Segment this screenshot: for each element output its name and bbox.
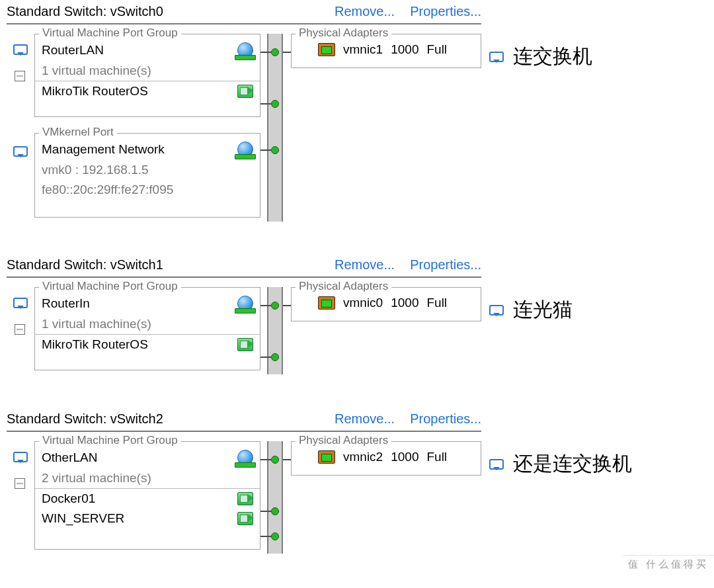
speech-bubble-icon: [13, 298, 28, 308]
nic-chip-icon: [318, 296, 335, 310]
phys-name: vmnic1: [343, 42, 383, 57]
speech-bubble-icon: [489, 305, 504, 315]
speech-bubble-icon: [13, 44, 28, 55]
phys-adapters-frame: Physical Adapters vmnic1 1000 Full: [291, 34, 481, 68]
connector-line: [260, 511, 271, 512]
speech-bubble-icon: [13, 452, 28, 462]
connector-line: [260, 103, 271, 105]
phys-legend: Physical Adapters: [296, 434, 391, 447]
properties-link[interactable]: Properties...: [410, 4, 481, 19]
remove-link[interactable]: Remove...: [335, 411, 395, 426]
link-dot: [271, 146, 279, 154]
portgroup-name: RouterLAN: [42, 43, 104, 58]
vm-row[interactable]: WIN_SERVER: [35, 509, 260, 528]
annotation-text: 还是连交换机: [513, 450, 632, 478]
vm-count: 1 virtual machine(s): [42, 317, 151, 331]
vm-count-row: 1 virtual machine(s): [35, 314, 260, 334]
phys-name: vmnic2: [343, 450, 383, 464]
vmk-node-icon[interactable]: [13, 146, 28, 157]
speech-bubble-icon: [489, 459, 504, 470]
switch-header: Standard Switch: vSwitch2 Remove... Prop…: [7, 410, 481, 432]
phys-adapter-row[interactable]: vmnic2 1000 Full: [311, 447, 481, 467]
phys-legend: Physical Adapters: [296, 26, 391, 40]
phys-speed: 1000: [391, 450, 418, 464]
switch-title: Standard Switch: vSwitch0: [7, 4, 163, 19]
connector-line: [260, 305, 271, 306]
link-dot: [271, 507, 279, 515]
link-dot: [271, 353, 279, 361]
world-icon: [237, 296, 253, 312]
expand-toggle[interactable]: [15, 324, 25, 335]
expand-toggle[interactable]: [15, 478, 25, 489]
nic-chip-icon: [318, 450, 335, 464]
link-dot: [271, 302, 279, 310]
speech-bubble-icon: [13, 146, 28, 157]
phys-duplex: Full: [426, 42, 447, 57]
switch-actions: Remove... Properties...: [323, 4, 481, 19]
watermark: 值 什么值得买: [623, 555, 714, 573]
portgroup-row[interactable]: RouterIn: [35, 293, 260, 314]
phys-duplex: Full: [426, 296, 447, 310]
link-backbone: [267, 34, 283, 222]
portgroup-name: RouterIn: [42, 296, 90, 311]
vm-row[interactable]: MikroTik RouterOS: [35, 81, 260, 101]
world-icon: [237, 142, 253, 157]
switch-title: Standard Switch: vSwitch1: [7, 257, 163, 273]
switch-body: Virtual Machine Port Group OtherLAN 2 vi…: [7, 441, 707, 560]
link-dot: [271, 532, 279, 540]
minus-icon: [15, 71, 25, 81]
vm-name: WIN_SERVER: [42, 511, 124, 526]
switch-header: Standard Switch: vSwitch1 Remove... Prop…: [7, 256, 481, 278]
phys-speed: 1000: [391, 42, 418, 57]
vm-nic-icon: [237, 492, 253, 505]
vm-portgroup-legend: Virtual Machine Port Group: [39, 280, 181, 293]
vmk-name: Management Network: [42, 142, 165, 157]
vm-portgroup-legend: Virtual Machine Port Group: [39, 434, 181, 447]
vm-name: MikroTik RouterOS: [42, 84, 148, 99]
vm-port-group-frame: Virtual Machine Port Group RouterIn 1 vi…: [34, 287, 260, 370]
switch-title: Standard Switch: vSwitch2: [7, 411, 163, 427]
vm-name: Docker01: [42, 491, 95, 506]
vm-name: MikroTik RouterOS: [42, 337, 148, 352]
vm-port-group-frame: Virtual Machine Port Group RouterLAN 1 v…: [34, 34, 260, 117]
link-dot: [271, 100, 279, 108]
link-dot: [271, 48, 279, 56]
vm-nic-icon: [237, 85, 253, 98]
connector-line: [260, 52, 271, 53]
portgroup-row[interactable]: RouterLAN: [35, 40, 260, 61]
annotation-text: 连交换机: [513, 43, 592, 70]
connector-line: [260, 149, 271, 151]
phys-adapter-row[interactable]: vmnic1 1000 Full: [311, 40, 481, 60]
vm-row[interactable]: MikroTik RouterOS: [35, 334, 260, 355]
phys-adapters-frame: Physical Adapters vmnic2 1000 Full: [291, 441, 481, 476]
portgroup-node-icon[interactable]: [13, 452, 28, 462]
phys-adapter-row[interactable]: vmnic0 1000 Full: [311, 293, 481, 313]
switch-body: Virtual Machine Port Group RouterLAN 1 v…: [7, 34, 707, 226]
minus-icon: [15, 324, 25, 335]
speech-bubble-icon: [489, 52, 504, 62]
expand-toggle[interactable]: [15, 71, 25, 81]
portgroup-node-icon[interactable]: [13, 298, 28, 308]
vm-nic-icon: [237, 338, 253, 351]
remove-link[interactable]: Remove...: [335, 257, 395, 272]
vm-row[interactable]: Docker01: [35, 488, 260, 509]
vm-count-row: 2 virtual machine(s): [35, 468, 260, 488]
properties-link[interactable]: Properties...: [410, 257, 481, 272]
vmk-row[interactable]: Management Network: [35, 139, 260, 160]
vmk-addr2: fe80::20c:29ff:fe27:f095: [42, 183, 173, 197]
switch-body: Virtual Machine Port Group RouterIn 1 vi…: [7, 287, 707, 380]
properties-link[interactable]: Properties...: [410, 411, 481, 426]
link-dot: [271, 456, 279, 464]
vmk-addr-row: fe80::20c:29ff:fe27:f095: [35, 180, 260, 200]
vmk-addr1: vmk0 : 192.168.1.5: [42, 163, 149, 177]
portgroup-node-icon[interactable]: [13, 44, 28, 55]
vswitch0-block: Standard Switch: vSwitch0 Remove... Prop…: [7, 3, 707, 226]
vm-count: 2 virtual machine(s): [42, 471, 151, 485]
portgroup-row[interactable]: OtherLAN: [35, 447, 260, 468]
switch-actions: Remove... Properties...: [323, 257, 481, 273]
phys-duplex: Full: [426, 450, 447, 464]
connector-line: [260, 536, 271, 537]
remove-link[interactable]: Remove...: [335, 4, 395, 19]
portgroup-name: OtherLAN: [42, 450, 97, 465]
switch-actions: Remove... Properties...: [323, 411, 481, 427]
